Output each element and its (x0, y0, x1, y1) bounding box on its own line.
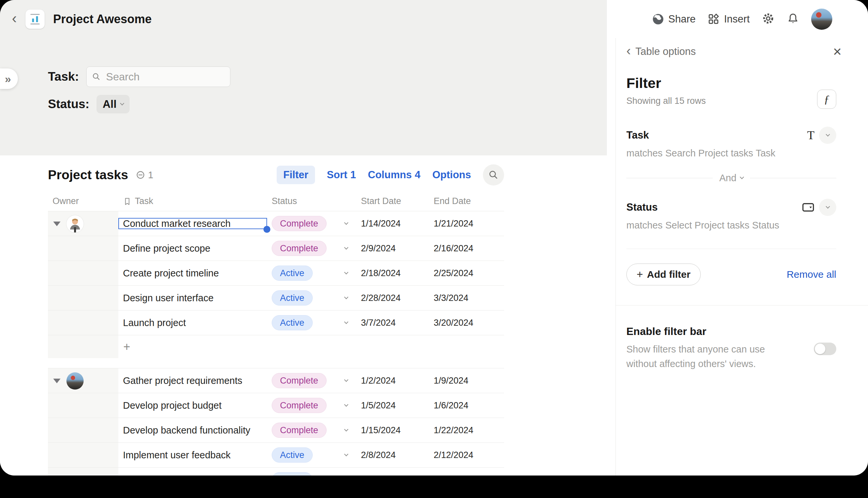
status-pill[interactable]: Complete (272, 373, 326, 388)
column-header-end-date[interactable]: End Date (430, 196, 504, 206)
start-date-cell[interactable]: 1/2/2024 (357, 376, 430, 386)
task-cell[interactable]: Launch project (118, 317, 267, 328)
status-pill[interactable]: Complete (272, 241, 326, 256)
toolbar-filter-button[interactable]: Filter (277, 166, 315, 184)
add-row-button[interactable]: + (48, 335, 504, 358)
start-date-cell[interactable]: 3/7/2024 (357, 318, 430, 328)
task-cell[interactable]: Develop backend functionality (118, 425, 267, 436)
table-row[interactable]: Create project timeline Active 2/18/2024… (48, 261, 504, 285)
status-pill[interactable]: Active (272, 472, 313, 475)
toolbar-sort-button[interactable]: Sort 1 (327, 169, 356, 181)
end-date-cell[interactable]: 1/22/2024 (430, 425, 504, 435)
end-date-cell[interactable]: 3/20/2024 (430, 318, 504, 328)
status-pill[interactable]: Active (272, 315, 313, 330)
task-cell[interactable]: Implement user feedback (118, 450, 267, 461)
table-row[interactable]: Develop project budget Complete 1/5/2024… (48, 393, 504, 418)
share-button[interactable]: Share (652, 13, 696, 25)
chevron-down-icon[interactable] (344, 245, 348, 250)
table-search-button[interactable] (483, 164, 504, 185)
status-pill[interactable]: Active (272, 265, 313, 281)
end-date-cell[interactable]: 2/25/2024 (430, 268, 504, 278)
add-filter-button[interactable]: + Add filter (626, 264, 701, 285)
column-header-owner[interactable]: Owner (48, 196, 118, 206)
end-date-cell[interactable]: 1/21/2024 (430, 219, 504, 229)
status-pill[interactable]: Active (272, 447, 313, 463)
settings-button[interactable] (762, 12, 775, 26)
selection-fill-handle[interactable] (264, 226, 270, 233)
table-row[interactable]: Implement user feedback Active 2/8/2024 … (48, 443, 504, 467)
status-pill[interactable]: Complete (272, 398, 326, 413)
task-cell[interactable]: Create project timeline (118, 268, 267, 279)
chevron-down-icon[interactable] (344, 452, 348, 456)
status-dropdown[interactable]: All (96, 95, 129, 114)
end-date-cell[interactable]: 2/12/2024 (430, 450, 504, 460)
status-pill[interactable]: Active (272, 290, 313, 305)
connections-badge[interactable]: 1 (135, 170, 153, 181)
panel-back-link[interactable]: Table options (635, 45, 696, 57)
collapse-triangle-icon[interactable] (53, 379, 61, 383)
column-header-status[interactable]: Status (267, 196, 335, 206)
remove-all-link[interactable]: Remove all (787, 269, 836, 280)
user-avatar[interactable] (811, 9, 832, 30)
group-header[interactable] (48, 211, 118, 236)
table-row[interactable]: Launch project Active 3/7/2024 3/20/2024 (48, 310, 504, 335)
filter-expand-button[interactable] (819, 199, 836, 216)
filter-item-status[interactable]: Status matches Select Project tasks Stat… (626, 199, 836, 231)
task-cell[interactable]: Gather user feedback (118, 474, 267, 476)
chevron-down-icon[interactable] (344, 320, 348, 324)
table-title[interactable]: Project tasks (48, 168, 128, 182)
start-date-cell[interactable]: 2/2/2024 (357, 475, 430, 476)
task-cell[interactable]: Define project scope (118, 243, 267, 254)
group-header[interactable] (48, 368, 118, 393)
chevron-down-icon[interactable] (344, 427, 348, 432)
insert-button[interactable]: Insert (707, 13, 750, 25)
close-icon[interactable]: × (833, 44, 842, 59)
filter-expand-button[interactable] (819, 127, 836, 144)
start-date-cell[interactable]: 2/9/2024 (357, 244, 430, 254)
task-cell[interactable]: Gather project requirements (118, 375, 267, 386)
status-pill[interactable]: Complete (272, 216, 326, 231)
enable-filter-bar-toggle[interactable] (814, 343, 836, 355)
back-icon[interactable]: ‹ (10, 11, 19, 25)
start-date-cell[interactable]: 1/15/2024 (357, 425, 430, 435)
table-row[interactable]: Gather project requirements Complete 1/2… (48, 368, 504, 393)
table-row[interactable]: Design user interface Active 2/28/2024 3… (48, 285, 504, 310)
selected-cell[interactable]: Conduct market research (118, 218, 267, 229)
conjunction-dropdown[interactable]: And (719, 173, 743, 184)
end-date-cell[interactable]: 2/8/2024 (430, 475, 504, 476)
task-search-input[interactable] (105, 70, 225, 83)
start-date-cell[interactable]: 1/14/2024 (357, 219, 430, 229)
collapse-triangle-icon[interactable] (53, 222, 61, 226)
chevron-down-icon[interactable] (344, 270, 348, 274)
start-date-cell[interactable]: 1/5/2024 (357, 401, 430, 411)
back-chevron-icon[interactable]: ‹ (626, 44, 631, 57)
status-pill[interactable]: Complete (272, 423, 326, 438)
end-date-cell[interactable]: 2/16/2024 (430, 244, 504, 254)
table-row[interactable]: Conduct market research Complete 1/14/20… (48, 211, 504, 236)
toolbar-columns-button[interactable]: Columns 4 (368, 169, 420, 181)
start-date-cell[interactable]: 2/18/2024 (357, 268, 430, 278)
chevron-down-icon[interactable] (344, 378, 348, 382)
table-row[interactable]: Develop backend functionality Complete 1… (48, 418, 504, 443)
task-cell[interactable]: Design user interface (118, 293, 267, 304)
table-row[interactable]: Gather user feedback Active 2/2/2024 2/8… (48, 467, 504, 475)
doc-chart-icon[interactable] (25, 10, 45, 29)
formula-button[interactable]: ƒ (817, 90, 836, 109)
end-date-cell[interactable]: 1/9/2024 (430, 376, 504, 386)
task-search-box[interactable] (86, 66, 230, 87)
toolbar-options-button[interactable]: Options (432, 169, 471, 181)
chevron-down-icon[interactable] (344, 403, 348, 407)
end-date-cell[interactable]: 1/6/2024 (430, 401, 504, 411)
column-header-start-date[interactable]: Start Date (357, 196, 430, 206)
chevron-down-icon[interactable] (344, 295, 348, 299)
table-row[interactable]: Define project scope Complete 2/9/2024 2… (48, 236, 504, 261)
filter-item-task[interactable]: Task T matches Search Project tasks Task (626, 127, 836, 159)
start-date-cell[interactable]: 2/8/2024 (357, 450, 430, 460)
chevron-down-icon[interactable] (344, 221, 348, 225)
column-header-task[interactable]: Task (118, 196, 267, 206)
start-date-cell[interactable]: 2/28/2024 (357, 293, 430, 303)
end-date-cell[interactable]: 3/3/2024 (430, 293, 504, 303)
task-filter-label: Task: (48, 70, 79, 84)
notifications-button[interactable] (787, 12, 799, 26)
task-cell[interactable]: Develop project budget (118, 400, 267, 411)
